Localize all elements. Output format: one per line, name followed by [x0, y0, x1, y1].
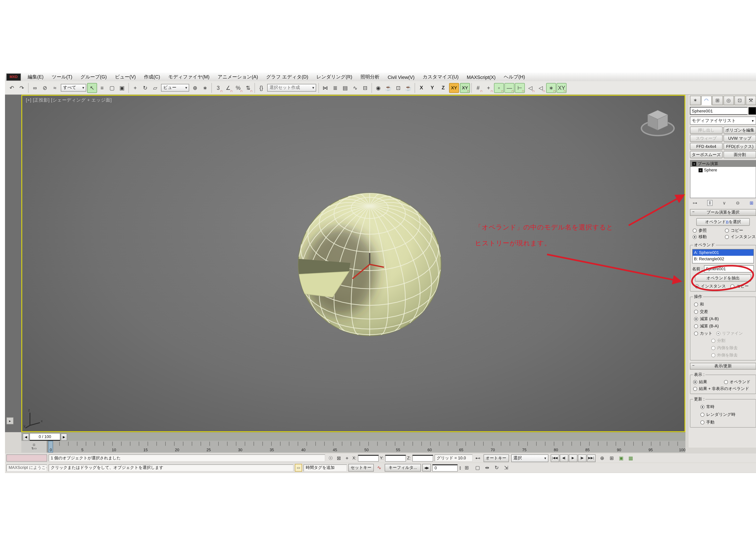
viewcube[interactable]: [639, 108, 677, 140]
object-name-field[interactable]: Sphere001: [690, 107, 748, 115]
app-logo[interactable]: MXD: [6, 73, 21, 81]
stack-expand-icon[interactable]: +: [692, 162, 696, 166]
maximize-viewport-icon[interactable]: ⇲: [502, 464, 511, 472]
extract-method-radio[interactable]: コピー: [730, 283, 749, 289]
operation-radio[interactable]: 減算 (B-A): [694, 323, 754, 329]
vertex-snap-icon[interactable]: ▫∩: [494, 83, 504, 93]
display-radio[interactable]: 結果: [693, 379, 723, 385]
rollout-display-update[interactable]: − 表示/更新: [690, 363, 756, 369]
y-coordinate-field[interactable]: [385, 455, 406, 461]
frozen-snap-icon[interactable]: ∗∩: [546, 83, 556, 93]
menu-item[interactable]: カスタマイズ(U): [419, 74, 463, 80]
window-crossing-icon[interactable]: ▣: [117, 83, 127, 93]
modifier-button[interactable]: FFD(ボックス): [723, 143, 756, 150]
normal-snap-icon[interactable]: ◁∩: [525, 83, 535, 93]
selection-filter-dropdown[interactable]: すべて▼: [61, 84, 86, 92]
operation-radio[interactable]: 減算 (A-B): [694, 316, 754, 322]
angle-snap-icon[interactable]: ∠∩: [223, 83, 233, 93]
selected-set-dropdown[interactable]: 選択▼: [511, 454, 548, 462]
go-to-start-icon[interactable]: |◀◀: [550, 454, 559, 462]
tab-hierarchy-icon[interactable]: ⊞: [712, 96, 723, 105]
current-frame-field[interactable]: 0: [432, 464, 458, 471]
grid-snap-icon[interactable]: #∩: [473, 83, 483, 93]
modifier-button[interactable]: ポリゴンを編集: [723, 127, 756, 134]
menu-item[interactable]: アニメーション(A): [214, 74, 262, 80]
update-radio[interactable]: レンダリング時: [700, 412, 754, 418]
select-by-name-icon[interactable]: ≡: [97, 83, 107, 93]
extract-operand-button[interactable]: オペランドを抽出: [695, 274, 751, 281]
maxscript-listener-label[interactable]: MAXScript にようこそ: [6, 464, 47, 471]
cut-option-radio[interactable]: 分割: [711, 338, 754, 344]
named-selection-sets-dropdown[interactable]: 選択セット作成▼: [267, 84, 316, 92]
pan-icon[interactable]: ⇹: [483, 464, 492, 472]
named-selection-sets-icon[interactable]: {}: [256, 83, 266, 93]
rendered-frame-icon[interactable]: ⊡: [393, 83, 403, 93]
modifier-stack[interactable]: +ブール演算+Sphere: [690, 160, 756, 198]
key-icon[interactable]: ⊷: [474, 454, 482, 462]
operand-name-field[interactable]: Sphere001: [704, 265, 754, 272]
modifier-button[interactable]: UVW マップ: [723, 135, 756, 142]
spinner-snap-icon[interactable]: ⇅∩: [243, 83, 253, 93]
frame-spinner[interactable]: ▲▼: [459, 466, 461, 470]
tab-utilities-icon[interactable]: ⚒: [746, 96, 756, 105]
set-key-button[interactable]: セットキー: [349, 464, 374, 472]
add-time-tag[interactable]: 時間タグを追加: [304, 464, 347, 471]
operation-radio[interactable]: 交差: [694, 309, 754, 315]
tab-create-icon[interactable]: ✶: [690, 96, 701, 105]
time-slider-prev[interactable]: ◀: [23, 433, 29, 441]
rollout-pick-boolean[interactable]: − ブール演算を選択: [690, 209, 756, 216]
operand-list[interactable]: A: Sphere001B: Rectangle002: [692, 249, 754, 264]
update-radio[interactable]: 手動: [700, 419, 754, 425]
operation-radio[interactable]: 和: [694, 301, 754, 307]
clone-method-radio[interactable]: 移動: [693, 234, 724, 240]
layer-manager-icon[interactable]: ▤: [340, 83, 350, 93]
stack-expand-icon[interactable]: +: [699, 168, 703, 172]
use-pivot-center-icon[interactable]: ⊕: [190, 83, 200, 93]
schematic-view-icon[interactable]: ⊟: [360, 83, 370, 93]
select-link-icon[interactable]: ∞: [30, 83, 40, 93]
select-manipulate-icon[interactable]: ∗: [200, 83, 210, 93]
align-icon[interactable]: ≣: [330, 83, 340, 93]
viewport-label[interactable]: [+] [正投影] [シェーディング + エッジ面]: [26, 97, 112, 103]
time-slider-next[interactable]: ▶: [61, 433, 67, 441]
menu-item[interactable]: グラフ エディタ(D): [262, 74, 313, 80]
sphere-object[interactable]: [293, 187, 447, 341]
axis-x-button[interactable]: X: [416, 83, 426, 93]
display-radio-result-hidden[interactable]: 結果 + 非表示のオペランド: [693, 386, 754, 392]
cut-option-radio[interactable]: 内側を除去: [711, 345, 754, 351]
key-filters-button[interactable]: キーフィルタ...: [384, 464, 421, 472]
clone-method-radio[interactable]: コピー: [725, 228, 756, 234]
unlink-icon[interactable]: ⊘: [40, 83, 50, 93]
time-slider[interactable]: ◀ 0 / 100 ▶: [21, 432, 685, 441]
mini-curve-editor-button[interactable]: ⊡⇅▭: [21, 441, 47, 453]
select-object-icon[interactable]: ↖: [87, 83, 97, 93]
clone-method-radio[interactable]: 参照: [693, 228, 724, 234]
redo-icon[interactable]: ↷: [17, 83, 27, 93]
axis-xy-button[interactable]: XY: [449, 83, 459, 93]
render-setup-icon[interactable]: ☕: [383, 83, 393, 93]
menu-item[interactable]: MAXScript(X): [463, 74, 500, 80]
zoom-extents-icon[interactable]: ▣: [617, 454, 626, 462]
midpoint-snap-icon[interactable]: ⊢∩: [515, 83, 525, 93]
pick-operand-b-button[interactable]: オペランド B を選択: [696, 218, 750, 226]
axis-z-button[interactable]: Z: [438, 83, 448, 93]
select-rotate-icon[interactable]: ↻: [140, 83, 150, 93]
mini-curve-editor-toggle[interactable]: ▸: [6, 417, 14, 424]
pin-stack-icon[interactable]: ⊶: [693, 201, 697, 206]
modifier-button[interactable]: 押し出し: [690, 127, 723, 134]
material-editor-icon[interactable]: ◉: [373, 83, 383, 93]
modifier-button[interactable]: スウィープ: [690, 135, 723, 142]
play-icon[interactable]: ▶: [569, 454, 577, 462]
cut-refine-radio[interactable]: リファイン: [716, 330, 743, 336]
bind-spacewarp-icon[interactable]: ≈: [50, 83, 60, 93]
menu-item[interactable]: 編集(E): [24, 74, 48, 80]
curve-editor-icon[interactable]: ∿: [350, 83, 360, 93]
menu-item[interactable]: 作成(C): [140, 74, 164, 80]
set-key-filters-curve-icon[interactable]: ∿: [375, 464, 383, 471]
auto-key-button[interactable]: オートキー: [483, 454, 509, 462]
endpoint-snap-icon[interactable]: —∩: [504, 83, 514, 93]
render-icon[interactable]: ☕: [403, 83, 413, 93]
menu-item[interactable]: グループ(G): [76, 74, 111, 80]
select-scale-icon[interactable]: ▱: [150, 83, 160, 93]
show-end-result-icon[interactable]: ‖: [707, 200, 713, 206]
